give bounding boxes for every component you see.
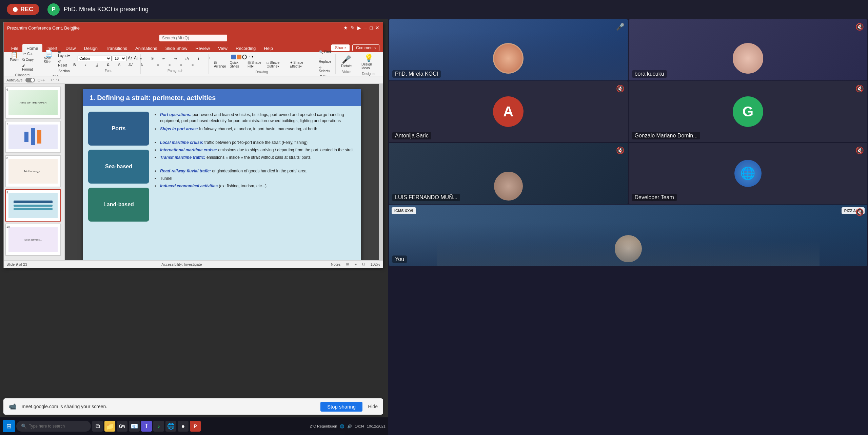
font-label: Font bbox=[105, 69, 112, 73]
slide-thumb-6[interactable]: 6 AIMS OF THE PAPER bbox=[5, 87, 61, 119]
ppt-window-controls[interactable]: ★ ✎ ▶ ─ □ ✕ bbox=[343, 25, 379, 31]
hide-button[interactable]: Hide bbox=[368, 404, 378, 409]
dictate-button[interactable]: 🎤 Dictate bbox=[340, 55, 353, 69]
layout-button[interactable]: ⊞ Layout▾ bbox=[57, 50, 71, 58]
video-tile-antonija: A 🔇 Antonija Saric bbox=[389, 81, 628, 142]
tab-review[interactable]: Review bbox=[191, 44, 214, 52]
select-button[interactable]: ⊹ Select▾ bbox=[317, 65, 333, 74]
luis-mic-icon: 🔇 bbox=[616, 146, 625, 154]
ppt-minimize-icon[interactable]: ─ bbox=[364, 25, 367, 31]
increase-font-button[interactable]: A↑ bbox=[128, 56, 133, 61]
ppt-star-icon[interactable]: ★ bbox=[343, 25, 348, 31]
charspacing-button[interactable]: AV bbox=[125, 62, 136, 68]
font-family-select[interactable]: Calibri bbox=[78, 56, 112, 61]
bold-button[interactable]: B bbox=[70, 62, 80, 68]
ppt-edit-icon[interactable]: ✎ bbox=[351, 25, 355, 31]
autosave-bar: AutoSave OFF ↩ ↪ bbox=[4, 76, 383, 84]
slide-scrollbar[interactable] bbox=[379, 84, 383, 260]
tab-design[interactable]: Design bbox=[80, 44, 102, 52]
taskbar-teams-icon[interactable]: T bbox=[141, 421, 152, 432]
shape-circle-icon[interactable] bbox=[242, 55, 247, 59]
copy-button[interactable]: ⧉ Copy bbox=[21, 57, 35, 62]
grid-view-icon[interactable]: ⊟ bbox=[362, 262, 365, 266]
ppt-search-input[interactable] bbox=[159, 35, 227, 41]
numberedlist-button[interactable]: ① bbox=[147, 56, 157, 61]
cut-button[interactable]: ✂ Cut bbox=[21, 51, 35, 56]
underline-button[interactable]: U bbox=[92, 62, 102, 68]
tab-help[interactable]: Help bbox=[260, 44, 277, 52]
taskbar-explorer-icon[interactable]: 📁 bbox=[104, 421, 115, 432]
normal-view-icon[interactable]: ⊞ bbox=[346, 262, 349, 266]
shape-more-icon[interactable]: ▾ bbox=[252, 55, 253, 59]
tab-recording[interactable]: Recording bbox=[232, 44, 260, 52]
outline-view-icon[interactable]: ≡ bbox=[354, 262, 356, 266]
share-button[interactable]: Share bbox=[331, 44, 350, 51]
redo-icon[interactable]: ↪ bbox=[56, 78, 59, 82]
taskbar-spotify-icon[interactable]: ♪ bbox=[153, 421, 164, 432]
cat-ports: Ports bbox=[88, 112, 149, 146]
slide-thumb-7[interactable]: 7 bbox=[5, 121, 61, 153]
italic-button[interactable]: I bbox=[81, 62, 91, 68]
replace-button[interactable]: ↔ Replace bbox=[317, 55, 333, 64]
find-button[interactable]: 🔍 Find bbox=[317, 50, 333, 55]
indent-increase-button[interactable]: ⇥ bbox=[170, 56, 180, 61]
taskbar-ppt-icon[interactable]: P bbox=[190, 421, 201, 432]
shape-rect-icon[interactable] bbox=[231, 55, 236, 59]
designer-label: Designer bbox=[362, 72, 376, 76]
format-painter-button[interactable]: 🖌 Format bbox=[21, 63, 35, 72]
shape-fill-button[interactable]: ▧ Shape Fill▾ bbox=[246, 60, 264, 69]
shape-rect2-icon[interactable] bbox=[237, 55, 241, 59]
shadow-button[interactable]: S bbox=[114, 62, 124, 68]
align-left-button[interactable]: ≡ bbox=[153, 62, 163, 68]
autosave-toggle[interactable] bbox=[25, 78, 35, 82]
align-columns-button[interactable]: ⫶ bbox=[193, 56, 203, 61]
undo-icon[interactable]: ↩ bbox=[51, 78, 54, 82]
taskbar-mail-icon[interactable]: 📧 bbox=[129, 421, 140, 432]
antonija-avatar: A bbox=[493, 96, 524, 127]
ppt-close-icon[interactable]: ✕ bbox=[375, 25, 379, 31]
quick-styles-button[interactable]: Quick Styles bbox=[229, 60, 245, 69]
shape-arrow-icon[interactable]: → bbox=[248, 55, 251, 59]
slide-thumb-8[interactable]: 8 Methodology... bbox=[5, 155, 61, 187]
ribbon-clipboard-group: 📋 Paste ✂ Cut ⧉ Copy 🖌 Format Clipboard bbox=[6, 54, 38, 74]
indent-decrease-button[interactable]: ⇤ bbox=[159, 56, 169, 61]
taskbar-search-input[interactable] bbox=[29, 424, 83, 429]
list-button[interactable]: ≡ bbox=[136, 56, 146, 61]
font-size-select[interactable]: 16 bbox=[113, 56, 126, 61]
section-button[interactable]: Section bbox=[57, 69, 71, 74]
developer-name-label: Developer Team bbox=[632, 194, 677, 201]
new-slide-button[interactable]: 📄 New Slide bbox=[42, 50, 55, 74]
taskbar-search[interactable]: 🔍 bbox=[16, 421, 91, 432]
stop-sharing-button[interactable]: Stop sharing bbox=[320, 402, 362, 412]
taskbar-chrome-icon[interactable]: ● bbox=[178, 421, 189, 432]
taskbar-taskview-icon[interactable]: ⧉ bbox=[92, 421, 103, 432]
slide-body: Ports Sea-based Land-based •Port operati… bbox=[83, 106, 361, 260]
start-button[interactable]: ⊞ bbox=[3, 420, 15, 432]
ppt-maximize-icon[interactable]: □ bbox=[370, 25, 373, 31]
comments-button[interactable]: Comments bbox=[352, 44, 379, 51]
shape-effects-button[interactable]: ✦ Shape Effects▾ bbox=[289, 60, 311, 69]
ppt-present-icon[interactable]: ▶ bbox=[357, 25, 361, 31]
tab-slideshow[interactable]: Slide Show bbox=[161, 44, 191, 52]
justify-button[interactable]: ≡ bbox=[188, 62, 198, 68]
textdirection-button[interactable]: ↕A bbox=[182, 56, 192, 61]
align-center-button[interactable]: ≡ bbox=[164, 62, 175, 68]
design-ideas-button[interactable]: 💡 Design Ideas bbox=[360, 53, 377, 71]
tab-view[interactable]: View bbox=[214, 44, 232, 52]
taskbar-edge-icon[interactable]: 🌐 bbox=[165, 421, 176, 432]
reset-button[interactable]: ↺ Reset bbox=[57, 59, 71, 68]
notes-label[interactable]: Notes bbox=[331, 262, 341, 266]
align-right-button[interactable]: ≡ bbox=[176, 62, 186, 68]
tab-transitions[interactable]: Transitions bbox=[102, 44, 131, 52]
slide-thumb-9[interactable]: 9 bbox=[5, 189, 61, 222]
strikethrough-button[interactable]: S bbox=[103, 62, 113, 68]
paste-button[interactable]: 📋 Paste bbox=[9, 51, 19, 72]
tab-animations[interactable]: Animations bbox=[131, 44, 161, 52]
developer-mic-icon: 🔇 bbox=[855, 146, 864, 154]
taskbar-volume-icon[interactable]: 🔊 bbox=[347, 424, 352, 429]
arrange-button[interactable]: ⊡ Arrange bbox=[213, 60, 227, 69]
shape-outline-button[interactable]: □ Shape Outline▾ bbox=[265, 60, 287, 69]
slide-title: 1. Defining a strait: perimeter, activit… bbox=[90, 94, 216, 102]
taskbar-store-icon[interactable]: 🛍 bbox=[117, 421, 127, 432]
slide-thumb-10[interactable]: 10 Strait activities... bbox=[5, 224, 61, 256]
